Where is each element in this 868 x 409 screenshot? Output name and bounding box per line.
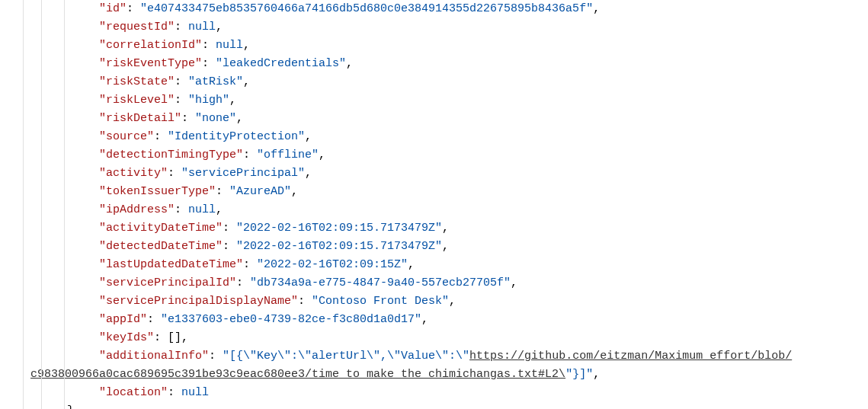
json-line-riskLevel: "riskLevel": "high", xyxy=(99,91,868,110)
json-value: "servicePrincipal" xyxy=(181,167,305,180)
json-url-link[interactable]: https://github.com/eitzman/Maximum_effor… xyxy=(469,350,792,363)
json-value: "e407433475eb8535760466a74166db5d680c0e3… xyxy=(140,2,593,15)
json-value: "leakedCredentials" xyxy=(216,57,346,70)
json-value: "offline" xyxy=(257,149,319,161)
json-key: "ipAddress" xyxy=(99,203,175,216)
json-key: "requestId" xyxy=(99,21,175,34)
json-value: "none" xyxy=(195,112,236,125)
json-value-suffix: "}]" xyxy=(565,368,593,381)
json-line-servicePrincipalId: "servicePrincipalId": "db734a9a-e775-484… xyxy=(99,274,868,292)
json-value: "Contoso Front Desk" xyxy=(312,295,449,308)
json-key: "lastUpdatedDateTime" xyxy=(99,258,243,271)
json-line-activityDateTime: "activityDateTime": "2022-02-16T02:09:15… xyxy=(99,219,868,238)
json-value: "high" xyxy=(188,94,229,107)
json-line-activity: "activity": "servicePrincipal", xyxy=(99,165,868,183)
json-line-tokenIssuerType: "tokenIssuerType": "AzureAD", xyxy=(99,183,868,201)
json-value: null xyxy=(216,39,243,52)
json-key: "appId" xyxy=(99,313,147,326)
json-line-ipAddress: "ipAddress": null, xyxy=(99,201,868,219)
json-value: "2022-02-16T02:09:15.7173479Z" xyxy=(236,222,442,235)
json-value: null xyxy=(181,386,209,399)
json-key: "riskEventType" xyxy=(99,57,202,70)
json-value: null xyxy=(188,203,216,216)
json-line-lastUpdatedDateTime: "lastUpdatedDateTime": "2022-02-16T02:09… xyxy=(99,256,868,274)
json-value: "e1337603-ebe0-4739-82ce-f3c80d1a0d17" xyxy=(161,313,421,326)
json-key: "activity" xyxy=(99,167,168,180)
json-value: "2022-02-16T02:09:15Z" xyxy=(257,258,408,271)
json-key: "detectedDateTime" xyxy=(99,240,223,253)
json-line-additionalInfo-cont: c983800966a0cac689695c391be93c9eac680ee3… xyxy=(15,366,868,384)
json-line-servicePrincipalDisplayName: "servicePrincipalDisplayName": "Contoso … xyxy=(99,292,868,311)
json-url-link[interactable]: c983800966a0cac689695c391be93c9eac680ee3… xyxy=(30,368,565,381)
json-value: [] xyxy=(168,331,181,344)
json-key: "correlationId" xyxy=(99,39,202,52)
json-value: "AzureAD" xyxy=(229,185,291,198)
json-key: "riskLevel" xyxy=(99,94,175,107)
json-line-keyIds: "keyIds": [], xyxy=(99,329,868,347)
json-line-detectedDateTime: "detectedDateTime": "2022-02-16T02:09:15… xyxy=(99,238,868,256)
json-line-detectionTimingType: "detectionTimingType": "offline", xyxy=(99,146,868,165)
json-line-requestId: "requestId": null, xyxy=(99,18,868,37)
json-line-riskDetail: "riskDetail": "none", xyxy=(99,110,868,128)
json-key: "tokenIssuerType" xyxy=(99,185,216,198)
json-key: "servicePrincipalId" xyxy=(99,276,236,289)
json-key: "location" xyxy=(99,386,168,399)
json-value: "2022-02-16T02:09:15.7173479Z" xyxy=(236,240,442,253)
json-value: "IdentityProtection" xyxy=(168,130,305,143)
json-line-riskState: "riskState": "atRisk", xyxy=(99,73,868,91)
json-key: "servicePrincipalDisplayName" xyxy=(99,295,298,308)
json-code-block: "id": "e407433475eb8535760466a74166db5d6… xyxy=(0,0,868,409)
json-closing-brace: } xyxy=(15,402,868,409)
json-value: null xyxy=(188,21,216,34)
json-line-location: "location": null xyxy=(99,384,868,402)
json-line-appId: "appId": "e1337603-ebe0-4739-82ce-f3c80d… xyxy=(99,311,868,329)
json-key: "additionalInfo" xyxy=(99,350,209,363)
json-line-id: "id": "e407433475eb8535760466a74166db5d6… xyxy=(99,0,868,18)
json-line-riskEventType: "riskEventType": "leakedCredentials", xyxy=(99,55,868,73)
json-line-additionalInfo: "additionalInfo": "[{\"Key\":\"alertUrl\… xyxy=(15,347,868,366)
json-line-correlationId: "correlationId": null, xyxy=(99,37,868,55)
json-line-source: "source": "IdentityProtection", xyxy=(99,128,868,146)
json-value: "atRisk" xyxy=(188,75,243,88)
json-key: "id" xyxy=(99,2,127,15)
json-key: "riskDetail" xyxy=(99,112,181,125)
json-key: "activityDateTime" xyxy=(99,222,223,235)
json-key: "riskState" xyxy=(99,75,175,88)
json-key: "keyIds" xyxy=(99,331,154,344)
json-key: "detectionTimingType" xyxy=(99,149,243,161)
json-key: "source" xyxy=(99,130,154,143)
json-value: "db734a9a-e775-4847-9a40-557ecb27705f" xyxy=(250,276,511,289)
json-value-prefix: "[{\"Key\":\"alertUrl\",\"Value\":\" xyxy=(223,350,469,363)
